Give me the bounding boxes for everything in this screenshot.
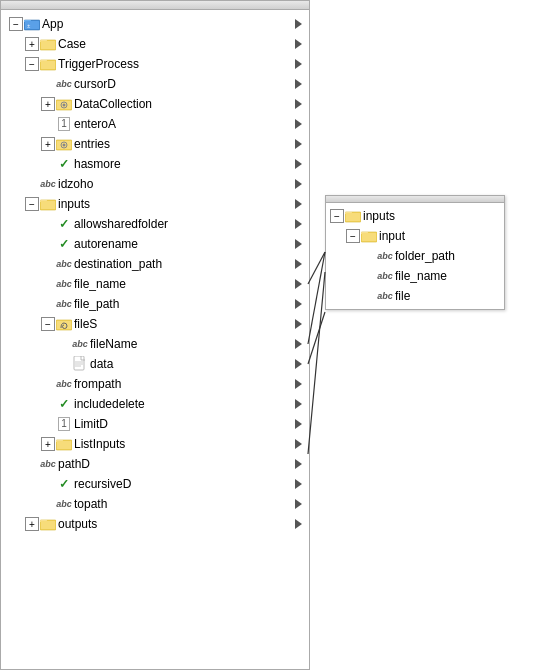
tree-item-recursived[interactable]: ✓recursiveD <box>1 474 309 494</box>
tree-item-data[interactable]: data <box>1 354 309 374</box>
tree-item-input-r[interactable]: − input <box>326 226 504 246</box>
tree-item-destination_path[interactable]: abcdestination_path <box>1 254 309 274</box>
collapse-app[interactable]: − <box>9 17 23 31</box>
icon-fileName: abc <box>72 336 88 352</box>
arrow-entries[interactable] <box>291 137 305 151</box>
collapse-triggerprocess[interactable]: − <box>25 57 39 71</box>
tree-item-hasmore[interactable]: ✓hasmore <box>1 154 309 174</box>
tree-item-file_name[interactable]: abcfile_name <box>1 274 309 294</box>
icon-hasmore: ✓ <box>56 156 72 172</box>
arrow-file_path[interactable] <box>291 297 305 311</box>
arrow-destination_path[interactable] <box>291 257 305 271</box>
svg-rect-29 <box>57 441 71 449</box>
expand-case[interactable]: + <box>25 37 39 51</box>
icon-case <box>40 36 56 52</box>
collapse-fileS[interactable]: − <box>41 317 55 331</box>
tree-item-triggerprocess[interactable]: − TriggerProcess <box>1 54 309 74</box>
tree-item-idzoho[interactable]: abcidzoho <box>1 174 309 194</box>
arrow-allowsharedfolder[interactable] <box>291 217 305 231</box>
label-triggerprocess: TriggerProcess <box>58 57 139 71</box>
expand-datacollection[interactable]: + <box>41 97 55 111</box>
tree-item-pathd[interactable]: abcpathD <box>1 454 309 474</box>
tree-item-limitd[interactable]: 1LimitD <box>1 414 309 434</box>
right-tree: − inputs− inputabcfolder_pathabcfile_nam… <box>326 203 504 309</box>
arrow-file_name[interactable] <box>291 277 305 291</box>
tree-item-inputs-r[interactable]: − inputs <box>326 206 504 226</box>
arrow-fileName[interactable] <box>291 337 305 351</box>
tree-item-listinputs[interactable]: + ListInputs <box>1 434 309 454</box>
label-entries: entries <box>74 137 110 151</box>
arrow-includedelete[interactable] <box>291 397 305 411</box>
tree-item-datacollection[interactable]: + DataCollection <box>1 94 309 114</box>
label-allowsharedfolder: allowsharedfolder <box>74 217 168 231</box>
tree-item-fileS[interactable]: − fileS <box>1 314 309 334</box>
tree-item-autorename[interactable]: ✓autorename <box>1 234 309 254</box>
svg-rect-38 <box>362 233 376 241</box>
arrow-frompath[interactable] <box>291 377 305 391</box>
arrow-app[interactable] <box>291 17 305 31</box>
tree-item-file_path[interactable]: abcfile_path <box>1 294 309 314</box>
icon-fileS <box>56 316 72 332</box>
label-folder_path-r: folder_path <box>395 249 455 263</box>
icon-file-r: abc <box>377 288 393 304</box>
icon-data <box>72 356 88 372</box>
icon-limitd: 1 <box>56 416 72 432</box>
label-pathd: pathD <box>58 457 90 471</box>
tree-item-allowsharedfolder[interactable]: ✓allowsharedfolder <box>1 214 309 234</box>
arrow-listinputs[interactable] <box>291 437 305 451</box>
left-tree: − ± App+ Case− TriggerProcessabccursorD+… <box>1 10 309 650</box>
collapse-inputs[interactable]: − <box>25 197 39 211</box>
arrow-hasmore[interactable] <box>291 157 305 171</box>
tree-item-folder_path-r[interactable]: abcfolder_path <box>326 246 504 266</box>
label-inputs-r: inputs <box>363 209 395 223</box>
svg-rect-20 <box>41 201 55 209</box>
tree-item-file_name-r[interactable]: abcfile_name <box>326 266 504 286</box>
tree-item-entries[interactable]: + entries <box>1 134 309 154</box>
collapse-input-r[interactable]: − <box>346 229 360 243</box>
tree-item-enteroa[interactable]: 1enteroA <box>1 114 309 134</box>
label-file_name: file_name <box>74 277 126 291</box>
tree-item-cursord[interactable]: abccursorD <box>1 74 309 94</box>
arrow-case[interactable] <box>291 37 305 51</box>
arrow-enteroa[interactable] <box>291 117 305 131</box>
collapse-inputs-r[interactable]: − <box>330 209 344 223</box>
arrow-triggerprocess[interactable] <box>291 57 305 71</box>
arrow-autorename[interactable] <box>291 237 305 251</box>
label-inputs: inputs <box>58 197 90 211</box>
arrow-limitd[interactable] <box>291 417 305 431</box>
svg-point-13 <box>63 104 66 107</box>
tree-item-inputs[interactable]: − inputs <box>1 194 309 214</box>
tree-item-fileName[interactable]: abcfileName <box>1 334 309 354</box>
tree-item-file-r[interactable]: abcfile <box>326 286 504 306</box>
arrow-outputs[interactable] <box>291 517 305 531</box>
tree-item-includedelete[interactable]: ✓includedelete <box>1 394 309 414</box>
arrow-topath[interactable] <box>291 497 305 511</box>
arrow-cursord[interactable] <box>291 77 305 91</box>
expand-listinputs[interactable]: + <box>41 437 55 451</box>
arrow-idzoho[interactable] <box>291 177 305 191</box>
arrow-pathd[interactable] <box>291 457 305 471</box>
tree-item-app[interactable]: − ± App <box>1 14 309 34</box>
label-enteroa: enteroA <box>74 117 116 131</box>
label-destination_path: destination_path <box>74 257 162 271</box>
arrow-data[interactable] <box>291 357 305 371</box>
expand-outputs[interactable]: + <box>25 517 39 531</box>
label-autorename: autorename <box>74 237 138 251</box>
label-recursived: recursiveD <box>74 477 131 491</box>
arrow-recursived[interactable] <box>291 477 305 491</box>
tree-item-topath[interactable]: abctopath <box>1 494 309 514</box>
label-fileName: fileName <box>90 337 137 351</box>
icon-entries <box>56 136 72 152</box>
svg-rect-32 <box>41 521 55 529</box>
right-panel: − inputs− inputabcfolder_pathabcfile_nam… <box>325 195 505 310</box>
arrow-inputs[interactable] <box>291 197 305 211</box>
icon-frompath: abc <box>56 376 72 392</box>
svg-rect-9 <box>41 61 55 69</box>
expand-entries[interactable]: + <box>41 137 55 151</box>
arrow-datacollection[interactable] <box>291 97 305 111</box>
tree-item-case[interactable]: + Case <box>1 34 309 54</box>
arrow-fileS[interactable] <box>291 317 305 331</box>
tree-item-outputs[interactable]: + outputs <box>1 514 309 534</box>
tree-item-frompath[interactable]: abcfrompath <box>1 374 309 394</box>
label-includedelete: includedelete <box>74 397 145 411</box>
